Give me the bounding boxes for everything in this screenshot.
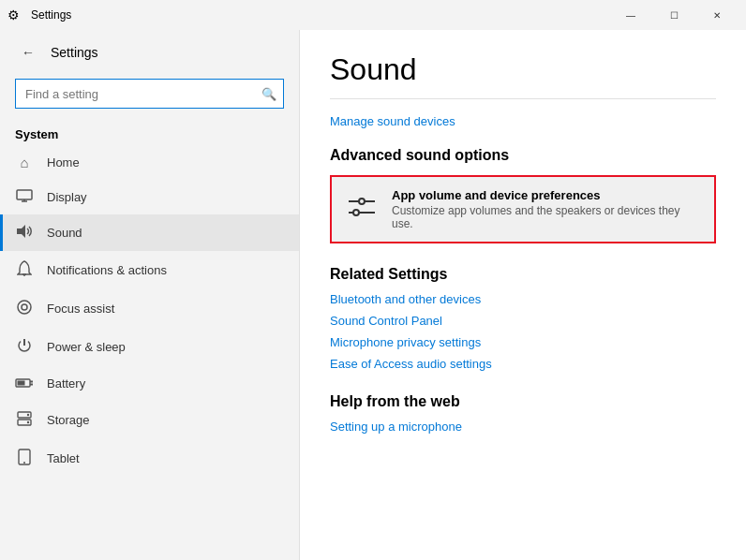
battery-icon	[15, 376, 34, 391]
sidebar-app-title: Settings	[51, 45, 98, 60]
svg-point-14	[27, 414, 29, 416]
tablet-icon	[15, 449, 34, 468]
sound-control-panel-link[interactable]: Sound Control Panel	[330, 314, 716, 328]
app-volume-card[interactable]: App volume and device preferences Custom…	[330, 175, 716, 243]
sidebar-item-label-tablet: Tablet	[47, 451, 80, 465]
title-bar-icon: ⚙	[7, 7, 20, 22]
svg-rect-0	[17, 190, 32, 199]
svg-point-20	[359, 199, 365, 204]
svg-rect-9	[18, 381, 25, 386]
related-settings-title: Related Settings	[330, 266, 716, 283]
search-input[interactable]	[15, 79, 284, 109]
home-icon: ⌂	[15, 155, 34, 170]
sound-icon	[15, 224, 34, 242]
title-bar: ⚙ Settings — ☐ ✕	[0, 0, 746, 30]
sidebar-item-battery[interactable]: Battery	[0, 366, 299, 401]
svg-point-17	[23, 462, 25, 464]
sidebar-item-display[interactable]: Display	[0, 180, 299, 214]
advanced-sound-section-title: Advanced sound options	[330, 147, 716, 164]
svg-point-6	[18, 301, 31, 314]
microphone-privacy-link[interactable]: Microphone privacy settings	[330, 335, 716, 349]
svg-point-7	[22, 304, 27, 310]
manage-sound-devices-link[interactable]: Manage sound devices	[330, 114, 716, 128]
sidebar-item-tablet[interactable]: Tablet	[0, 439, 299, 478]
svg-point-15	[27, 421, 29, 423]
back-icon: ←	[22, 45, 35, 60]
main-content: Sound Manage sound devices Advanced soun…	[300, 30, 746, 560]
focus-icon	[15, 299, 34, 318]
minimize-button[interactable]: —	[609, 0, 652, 30]
sidebar-item-home[interactable]: ⌂ Home	[0, 145, 299, 180]
title-bar-title: Settings	[31, 8, 71, 22]
sidebar-item-label-battery: Battery	[47, 376, 85, 391]
back-button[interactable]: ←	[15, 39, 41, 66]
sidebar-section-label: System	[0, 120, 299, 145]
display-icon	[15, 189, 34, 205]
sidebar-item-label-display: Display	[47, 190, 87, 204]
sidebar-item-label-storage: Storage	[47, 413, 90, 427]
svg-point-23	[353, 210, 359, 215]
sidebar-item-label-sound: Sound	[47, 226, 82, 240]
title-bar-left: ⚙ Settings	[7, 7, 71, 22]
sidebar-item-label-home: Home	[47, 155, 80, 169]
page-title: Sound	[330, 52, 716, 87]
sidebar-item-label-focus: Focus assist	[47, 302, 114, 316]
help-section-title: Help from the web	[330, 393, 716, 410]
app-volume-text-block: App volume and device preferences Custom…	[392, 188, 699, 230]
close-button[interactable]: ✕	[695, 0, 739, 30]
sidebar-item-power[interactable]: Power & sleep	[0, 328, 299, 366]
svg-marker-3	[17, 225, 25, 238]
app-volume-card-desc: Customize app volumes and the speakers o…	[392, 204, 699, 230]
divider-top	[330, 98, 716, 99]
maximize-button[interactable]: ☐	[652, 0, 695, 30]
sidebar-item-label-notifications: Notifications & actions	[47, 263, 167, 277]
bluetooth-link[interactable]: Bluetooth and other devices	[330, 292, 716, 306]
sidebar-header: ← Settings	[0, 30, 299, 75]
title-bar-controls: — ☐ ✕	[609, 0, 739, 30]
sidebar: ← Settings 🔍 System ⌂ Home	[0, 30, 300, 560]
app-volume-icon	[347, 194, 377, 226]
sidebar-item-label-power: Power & sleep	[47, 340, 126, 354]
sidebar-item-sound[interactable]: Sound	[0, 214, 299, 251]
app-body: ← Settings 🔍 System ⌂ Home	[0, 30, 746, 560]
sidebar-item-storage[interactable]: Storage	[0, 401, 299, 439]
notifications-icon	[15, 260, 34, 280]
setting-microphone-link[interactable]: Setting up a microphone	[330, 420, 716, 434]
storage-icon	[15, 410, 34, 430]
sidebar-item-notifications[interactable]: Notifications & actions	[0, 251, 299, 289]
sidebar-item-focus[interactable]: Focus assist	[0, 289, 299, 328]
search-box-wrapper: 🔍	[15, 79, 284, 109]
power-icon	[15, 337, 34, 357]
app-volume-card-title: App volume and device preferences	[392, 188, 699, 202]
search-box-container: 🔍	[0, 75, 299, 120]
ease-of-access-link[interactable]: Ease of Access audio settings	[330, 357, 716, 371]
